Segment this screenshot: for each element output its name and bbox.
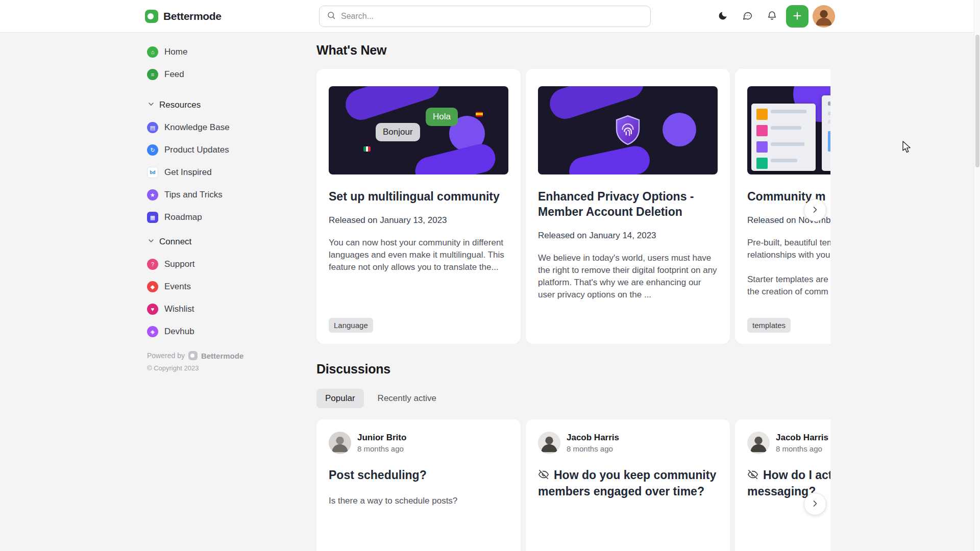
support-icon: ?	[147, 259, 158, 270]
card-image-privacy	[538, 86, 718, 174]
chat-bubble-icon	[742, 10, 753, 22]
post-title-text: How do I acti	[763, 468, 830, 482]
events-icon: ◆	[147, 281, 158, 292]
post-title[interactable]: Post scheduling?	[329, 467, 508, 483]
discussion-card[interactable]: Junior Brito 8 months ago Post schedulin…	[316, 419, 521, 551]
sidebar-item-get-inspired[interactable]: bd Get Inspired	[147, 161, 264, 184]
avatar[interactable]	[538, 432, 560, 454]
card-release-date: Released on January 13, 2023	[329, 215, 508, 226]
sidebar-item-product-updates[interactable]: ↻ Product Updates	[147, 139, 264, 161]
theme-toggle-button[interactable]	[713, 5, 733, 28]
tab-popular[interactable]: Popular	[316, 389, 364, 408]
tab-recently-active[interactable]: Recently active	[369, 389, 445, 408]
bell-icon	[767, 10, 777, 22]
sidebar-item-label: Home	[164, 47, 187, 57]
avatar[interactable]	[747, 432, 770, 454]
chevron-right-icon	[810, 498, 820, 510]
eye-off-icon	[538, 468, 549, 484]
search-bar[interactable]	[319, 6, 651, 27]
post-title[interactable]: How do I acti	[747, 467, 830, 484]
sidebar-item-label: Support	[164, 259, 195, 269]
user-avatar[interactable]	[813, 5, 835, 28]
section-label: Connect	[159, 237, 191, 247]
post-author[interactable]: Junior Brito	[357, 433, 406, 443]
carousel-next-button[interactable]	[804, 493, 826, 515]
chevron-down-icon	[147, 237, 155, 247]
tips-and-tricks-icon: ★	[147, 189, 158, 201]
card-image-multilingual: Bonjour Hola	[329, 86, 508, 174]
get-inspired-icon: bd	[147, 167, 158, 178]
search-input[interactable]	[341, 12, 643, 21]
sidebar-item-label: Roadmap	[164, 212, 202, 222]
page-scrollbar[interactable]	[974, 0, 980, 551]
sidebar-item-label: Tips and Tricks	[164, 190, 223, 200]
sidebar-section-resources[interactable]: Resources	[147, 94, 264, 116]
card-excerpt: We believe in today's world, users must …	[538, 252, 718, 301]
home-icon: ⌂	[147, 46, 158, 58]
scrollbar-thumb[interactable]	[975, 35, 979, 167]
post-body: Is there a way to schedule posts?	[329, 495, 508, 507]
flag-icon	[363, 146, 371, 152]
avatar[interactable]	[329, 432, 351, 454]
copyright: © Copyright 2023	[147, 364, 316, 372]
chevron-right-icon	[810, 205, 820, 216]
sidebar-item-knowledge-base[interactable]: ▤ Knowledge Base	[147, 116, 264, 139]
roadmap-icon: ▦	[147, 212, 158, 223]
devhub-icon: ◈	[147, 326, 158, 337]
sidebar-item-wishlist[interactable]: ♥ Wishlist	[147, 298, 264, 320]
section-label: Resources	[159, 100, 201, 110]
post-author[interactable]: Jacob Harris	[567, 433, 619, 443]
post-title[interactable]: How do you keep community members engage…	[538, 467, 718, 499]
sidebar-footer: Powered by Bettermode © Copyright 2023	[147, 351, 316, 372]
card-excerpt: relationships with your	[747, 249, 830, 261]
sidebar-item-home[interactable]: ⌂ Home	[147, 41, 264, 63]
powered-by[interactable]: Powered by Bettermode	[147, 351, 316, 360]
speech-bubble-hola: Hola	[426, 108, 458, 126]
whats-new-carousel: Bonjour Hola Set up multilingual communi…	[316, 69, 830, 344]
plus-icon	[792, 10, 803, 23]
sidebar-item-tips-and-tricks[interactable]: ★ Tips and Tricks	[147, 184, 264, 206]
sidebar-section-connect[interactable]: Connect	[147, 231, 264, 253]
whats-new-title: What's New	[316, 43, 830, 58]
tag-language[interactable]: Language	[329, 318, 373, 333]
moon-icon	[718, 11, 728, 22]
main-content: What's New Bonjour Hola Set up multiling…	[316, 33, 830, 551]
discussions-title: Discussions	[316, 362, 830, 377]
eye-off-icon	[747, 468, 758, 484]
create-post-button[interactable]	[786, 5, 808, 28]
whats-new-card[interactable]: Bonjour Hola Set up multilingual communi…	[316, 69, 521, 344]
post-title-text: How do you keep community members engage…	[538, 468, 716, 498]
sidebar-item-feed[interactable]: ≡ Feed	[147, 63, 264, 86]
sidebar-item-label: Devhub	[164, 327, 194, 337]
discussion-card[interactable]: Jacob Harris 8 months ago How do you kee…	[526, 419, 730, 551]
notifications-button[interactable]	[762, 5, 782, 28]
card-title[interactable]: Set up multilingual community	[329, 189, 508, 204]
avatar-image	[747, 432, 770, 454]
tag-templates[interactable]: templates	[747, 318, 791, 333]
discussion-card[interactable]: Jacob Harris 8 months ago How do I acti …	[735, 419, 830, 551]
whats-new-card[interactable]: Enhanced Privacy Options - Member Accoun…	[526, 69, 730, 344]
avatar-image	[813, 5, 835, 28]
template-thumbnail	[822, 95, 830, 171]
template-thumbnail	[751, 104, 816, 171]
discussions-tabs: Popular Recently active	[316, 389, 830, 408]
header-actions	[713, 5, 835, 28]
sidebar-item-label: Feed	[164, 69, 184, 80]
brand-name: Bettermode	[163, 10, 222, 22]
carousel-next-button[interactable]	[804, 199, 826, 221]
sidebar-item-roadmap[interactable]: ▦ Roadmap	[147, 206, 264, 229]
card-excerpt: You can now host your community in diffe…	[329, 237, 508, 273]
card-title[interactable]: Enhanced Privacy Options - Member Accoun…	[538, 189, 718, 219]
messages-button[interactable]	[737, 5, 757, 28]
sidebar-item-events[interactable]: ◆ Events	[147, 276, 264, 298]
sidebar-item-support[interactable]: ? Support	[147, 253, 264, 276]
sidebar-item-label: Get Inspired	[164, 167, 212, 178]
wishlist-icon: ♥	[147, 304, 158, 315]
post-time: 8 months ago	[776, 444, 828, 453]
sidebar-item-devhub[interactable]: ◈ Devhub	[147, 320, 264, 343]
brand-logo[interactable]: Bettermode	[145, 0, 222, 33]
card-excerpt: Starter templates are	[747, 273, 830, 286]
post-author[interactable]: Jacob Harris	[776, 433, 828, 443]
avatar-image	[329, 432, 351, 454]
search-icon	[327, 11, 336, 22]
